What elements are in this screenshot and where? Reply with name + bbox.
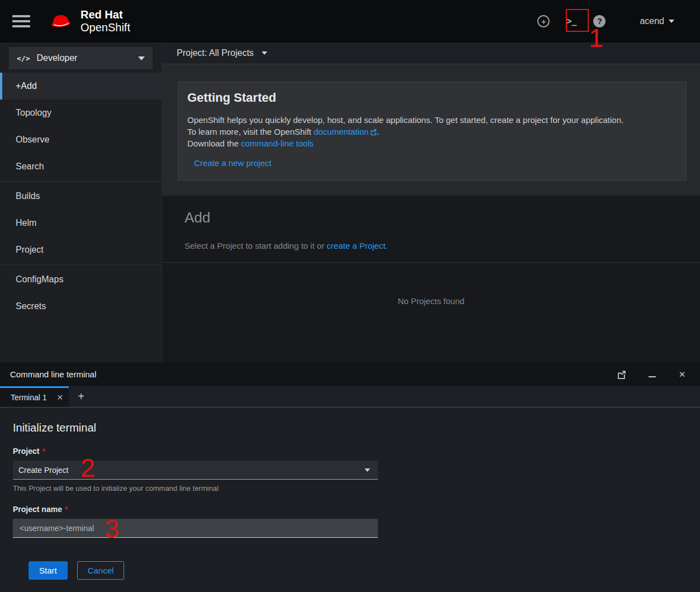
- required-asterisk: *: [65, 505, 68, 514]
- documentation-link[interactable]: documentation: [314, 127, 368, 136]
- project-field-label: Project*: [13, 447, 700, 456]
- sidebar-item-builds[interactable]: Builds: [0, 183, 162, 210]
- code-icon: </>: [17, 54, 30, 63]
- sidebar-nav: +Add Topology Observe Search Builds Helm…: [0, 73, 162, 320]
- project-select[interactable]: Create Project: [13, 461, 378, 480]
- add-tab-button[interactable]: +: [69, 386, 93, 407]
- chevron-down-icon: [669, 20, 674, 23]
- sidebar-item-observe[interactable]: Observe: [0, 126, 162, 153]
- terminal-drawer: Command line terminal ✕ Terminal 1 ✕ + I…: [0, 362, 700, 592]
- sidebar-item-project[interactable]: Project: [0, 236, 162, 263]
- user-menu[interactable]: acend: [640, 16, 674, 26]
- terminal-icon[interactable]: >_: [565, 15, 578, 28]
- getting-started-line3: Download the command-line tools: [187, 138, 677, 149]
- minimize-icon[interactable]: [646, 369, 658, 380]
- masthead: Red Hat OpenShift + >_ ? acend: [0, 0, 700, 42]
- user-menu-label: acend: [640, 16, 664, 26]
- chevron-down-icon: [365, 468, 370, 472]
- close-drawer-icon[interactable]: ✕: [677, 369, 688, 380]
- add-subtitle-prefix: Select a Project to start adding to it o…: [185, 241, 327, 250]
- create-a-project-link[interactable]: create a Project: [327, 241, 385, 250]
- add-page: Add Select a Project to start adding to …: [162, 209, 700, 306]
- sidebar-item-add[interactable]: +Add: [0, 73, 162, 100]
- sidebar: </> Developer +Add Topology Observe Sear…: [0, 42, 162, 362]
- terminal-init-form: Initialize terminal Project* Create Proj…: [0, 408, 700, 580]
- getting-started-section: Getting Started OpenShift helps you quic…: [162, 64, 700, 196]
- add-subtitle-suffix: .: [385, 241, 387, 250]
- getting-started-title: Getting Started: [187, 91, 677, 105]
- brand-name-line2: OpenShift: [81, 21, 130, 34]
- project-select-value: Create Project: [18, 466, 68, 475]
- redhat-fedora-icon: [48, 12, 74, 31]
- add-subtitle: Select a Project to start adding to it o…: [185, 241, 700, 250]
- terminal-tab-bar: Terminal 1 ✕ +: [0, 386, 700, 408]
- open-in-new-window-icon[interactable]: [616, 369, 627, 380]
- sidebar-item-secrets[interactable]: Secrets: [0, 293, 162, 320]
- cancel-button[interactable]: Cancel: [77, 561, 125, 580]
- line2-prefix: To learn more, visit the OpenShift: [187, 127, 314, 136]
- cli-tools-link[interactable]: command-line tools: [241, 139, 314, 148]
- perspective-label: Developer: [36, 53, 77, 63]
- getting-started-card: Getting Started OpenShift helps you quic…: [178, 82, 687, 181]
- project-selector[interactable]: Project: All Projects: [177, 48, 267, 58]
- sidebar-item-helm[interactable]: Helm: [0, 210, 162, 236]
- sidebar-item-topology[interactable]: Topology: [0, 100, 162, 126]
- getting-started-line2: To learn more, visit the OpenShift docum…: [187, 126, 677, 138]
- main-content: Project: All Projects Getting Started Op…: [162, 42, 700, 362]
- hamburger-menu-icon[interactable]: [12, 15, 30, 27]
- line3-prefix: Download the: [187, 139, 241, 148]
- project-selector-label: Project: All Projects: [177, 48, 254, 58]
- chevron-down-icon: [262, 51, 267, 55]
- tab-terminal-1[interactable]: Terminal 1 ✕: [0, 386, 69, 407]
- section-divider: [162, 262, 700, 263]
- required-asterisk: *: [42, 447, 45, 456]
- tab-terminal-1-label: Terminal 1: [11, 393, 47, 402]
- sidebar-divider: [0, 181, 162, 182]
- project-name-field-label: Project name*: [13, 505, 700, 514]
- start-button[interactable]: Start: [29, 561, 68, 580]
- project-name-label-text: Project name: [13, 505, 62, 514]
- help-icon[interactable]: ?: [593, 15, 606, 28]
- page-title: Add: [185, 209, 700, 226]
- getting-started-line1: OpenShift helps you quickly develop, hos…: [187, 114, 677, 126]
- empty-state-message: No Projects found: [162, 296, 700, 306]
- brand-logo: Red Hat OpenShift: [48, 8, 130, 34]
- project-name-input[interactable]: [13, 519, 378, 538]
- sidebar-item-search[interactable]: Search: [0, 153, 162, 180]
- drawer-title: Command line terminal: [10, 370, 96, 379]
- external-link-icon: [370, 129, 377, 135]
- openshift-console: Red Hat OpenShift + >_ ? acend </>: [0, 0, 700, 592]
- line2-suffix: .: [377, 127, 379, 136]
- sidebar-item-configmaps[interactable]: ConfigMaps: [0, 266, 162, 293]
- project-label-text: Project: [13, 447, 39, 456]
- project-helper-text: This Project will be used to initialize …: [13, 484, 700, 492]
- project-context-bar: Project: All Projects: [162, 42, 700, 64]
- create-new-project-link[interactable]: Create a new project: [194, 158, 271, 168]
- brand-name-line1: Red Hat: [81, 8, 130, 21]
- chevron-down-icon: [138, 56, 145, 60]
- drawer-header: Command line terminal ✕: [0, 362, 700, 386]
- perspective-switcher[interactable]: </> Developer: [9, 47, 153, 69]
- sidebar-divider: [0, 264, 162, 265]
- quick-create-icon[interactable]: +: [537, 15, 550, 28]
- close-tab-icon[interactable]: ✕: [57, 393, 64, 402]
- form-heading: Initialize terminal: [13, 421, 700, 434]
